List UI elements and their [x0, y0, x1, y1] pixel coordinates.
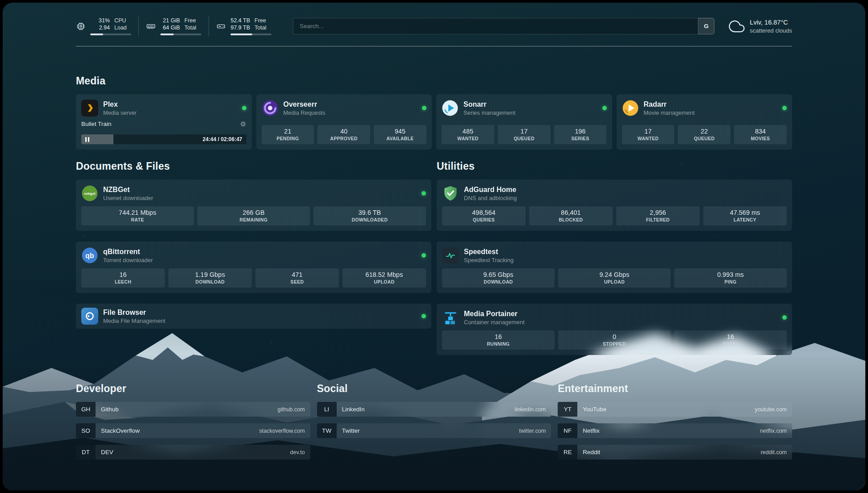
svg-text:qb: qb [85, 252, 94, 259]
pause-icon [85, 137, 89, 142]
bookmark-abbr: TW [317, 423, 337, 438]
nzbget-icon: nzbget [81, 185, 98, 202]
bookmark-name: StackOverflow [101, 427, 140, 434]
stat-remaining: 266 GB REMAINING [197, 206, 310, 226]
memory-widget: 21 GiB 64 GiB Free Total [138, 16, 209, 36]
service-card-portainer[interactable]: Media Portainer Container management 16 … [437, 304, 792, 355]
bookmark-abbr: NF [558, 423, 577, 438]
service-card-radarr[interactable]: Radarr Movie management 17 WANTED 22 QUE… [617, 94, 793, 150]
section-developer: Developer GH Github github.com SO StackO… [76, 383, 310, 460]
bookmark-stackoverflow[interactable]: SO StackOverflow stackoverflow.com [76, 423, 310, 438]
speedtest-icon [442, 247, 459, 264]
bookmark-url: dev.to [290, 449, 305, 455]
service-card-speedtest[interactable]: Speedtest Speedtest Tracking 9.65 Gbps D… [437, 242, 792, 293]
service-description: Media File Management [103, 317, 165, 325]
bookmark-name: YouTube [583, 406, 606, 413]
bookmark-url: reddit.com [761, 449, 787, 455]
bookmark-abbr: RE [558, 445, 577, 460]
stat-download: 1.19 Gbps DOWNLOAD [168, 268, 252, 288]
stat-rate: 744.21 Mbps RATE [81, 206, 194, 226]
service-name: AdGuard Home [464, 185, 517, 194]
cpu-usage-label: CPU [114, 17, 127, 24]
stat-queued: 22 QUEUED [678, 125, 730, 144]
search-provider-button[interactable]: G [698, 18, 714, 34]
stat-blocked: 86,401 BLOCKED [529, 206, 613, 226]
section-title-entertainment: Entertainment [558, 383, 792, 395]
service-name: qBittorrent [103, 247, 153, 256]
bookmark-url: stackoverflow.com [259, 428, 305, 434]
bookmark-abbr: GH [76, 402, 96, 417]
section-documents: Documents & Files nzbget [76, 160, 431, 329]
status-dot [421, 314, 426, 318]
search-input[interactable] [293, 18, 714, 34]
service-description: Torrent downloader [103, 256, 153, 264]
bookmark-youtube[interactable]: YT YouTube youtube.com [558, 402, 792, 417]
service-name: Plex [103, 100, 137, 109]
service-description: Usenet downloader [103, 194, 153, 202]
playback-time: 24:44 / 02:06:47 [203, 136, 242, 142]
status-dot [421, 191, 426, 196]
stat-wanted: 17 WANTED [622, 125, 675, 144]
bookmark-abbr: DT [76, 445, 96, 460]
bookmark-linkedin[interactable]: LI LinkedIn linkedin.com [317, 402, 551, 417]
service-description: Media server [103, 109, 137, 117]
memory-total-label: Total [184, 24, 196, 31]
stat-ping: 0.993 ms PING [674, 268, 787, 288]
cpu-progress-bar [90, 33, 131, 35]
section-utilities: Utilities [437, 160, 792, 355]
stat-pending: 21 PENDING [262, 125, 314, 144]
cpu-chip-icon [76, 21, 86, 31]
service-card-sonarr[interactable]: Sonarr Series management 485 WANTED 17 Q… [436, 94, 612, 150]
service-card-plex[interactable]: Plex Media server Bullet Train ⚙ 24:44 /… [76, 94, 252, 150]
bookmark-name: LinkedIn [342, 406, 365, 413]
stat-wanted: 485 WANTED [442, 125, 494, 144]
bookmark-name: Reddit [583, 449, 600, 455]
bookmark-reddit[interactable]: RE Reddit reddit.com [558, 445, 792, 460]
sonarr-icon [442, 100, 459, 117]
status-dot [782, 106, 787, 110]
disk-widget: 52.4 TB 97.9 TB Free Total [209, 16, 279, 36]
service-description: DNS and adblocking [464, 194, 517, 202]
section-title-developer: Developer [76, 383, 310, 395]
stat-upload: 618.52 Mbps UPLOAD [342, 268, 426, 288]
service-name: Media Portainer [464, 309, 525, 318]
bookmark-dev[interactable]: DT DEV dev.to [76, 445, 310, 460]
service-card-adguard[interactable]: AdGuard Home DNS and adblocking 498,564 … [437, 180, 792, 231]
plex-playback-progress: 24:44 / 02:06:47 [81, 134, 246, 144]
memory-total-value: 64 GiB [163, 24, 180, 31]
disk-free-label: Free [255, 17, 266, 24]
service-card-nzbget[interactable]: nzbget NZBGet Usenet downloader 74 [76, 180, 431, 231]
service-description: Container management [464, 318, 525, 326]
stat-series: 196 SERIES [554, 125, 607, 144]
service-description: Series management [463, 109, 515, 117]
service-card-qbittorrent[interactable]: qb qBittorrent Torrent downloader [76, 242, 431, 293]
weather-location: Lviv, 16.87°C [750, 18, 792, 27]
service-description: Speedtest Tracking [464, 256, 513, 264]
bookmark-url: linkedin.com [515, 406, 546, 413]
disk-total-label: Total [255, 24, 266, 31]
stat-leech: 16 LEECH [81, 268, 165, 288]
service-description: Movie management [644, 109, 695, 117]
cpu-widget: 31% 2.94 CPU Load [76, 16, 138, 36]
bookmark-twitter[interactable]: TW Twitter twitter.com [317, 423, 551, 438]
bookmark-netflix[interactable]: NF Netflix netflix.com [558, 423, 792, 438]
bookmark-name: Netflix [583, 427, 600, 434]
radarr-icon [622, 100, 639, 117]
adguard-shield-icon [442, 185, 459, 202]
section-title-social: Social [317, 383, 551, 395]
service-card-overseerr[interactable]: Overseerr Media Requests 21 PENDING 40 A… [256, 94, 432, 150]
bookmark-name: Twitter [342, 427, 360, 434]
cpu-load-value: 2.94 [99, 24, 110, 31]
cloud-icon [729, 18, 745, 34]
section-media: Media Plex Media server [76, 75, 792, 150]
service-name: NZBGet [103, 185, 153, 194]
search-bar[interactable]: G [293, 18, 714, 34]
memory-free-value: 21 GiB [163, 17, 180, 24]
service-card-filebrowser[interactable]: File Browser Media File Management [76, 304, 431, 329]
bookmark-github[interactable]: GH Github github.com [76, 402, 310, 417]
stat-stopped: 0 STOPPED [558, 330, 671, 350]
section-social: Social LI LinkedIn linkedin.com TW Twitt… [317, 383, 551, 460]
status-dot [782, 315, 787, 320]
resource-widgets: 31% 2.94 CPU Load [76, 16, 279, 36]
status-dot [602, 106, 607, 110]
